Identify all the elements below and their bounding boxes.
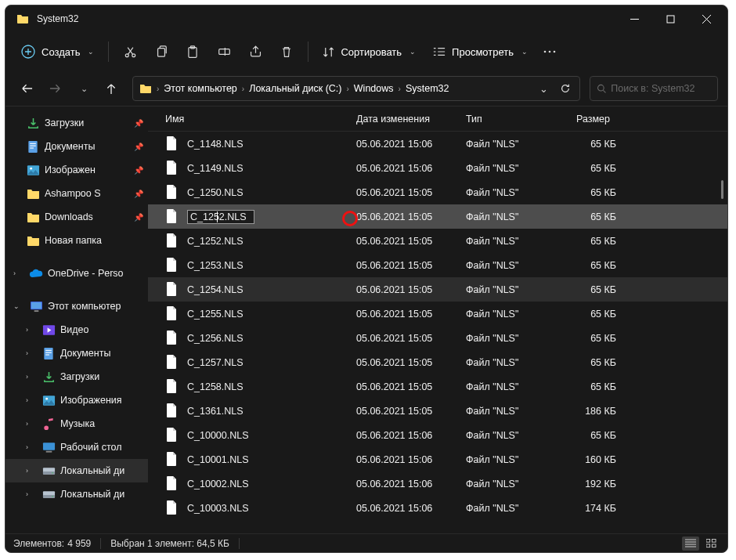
close-button[interactable]	[688, 5, 724, 32]
sort-button[interactable]: Сортировать⌄	[315, 38, 424, 66]
icons-view-button[interactable]	[702, 537, 720, 551]
disk-icon	[41, 487, 56, 501]
folder-icon	[139, 82, 152, 95]
chevron-right-icon: ›	[26, 373, 37, 381]
file-row[interactable]: C_1254.NLS 05.06.2021 15:05 Файл "NLS" 6…	[148, 277, 727, 302]
svg-rect-40	[712, 544, 716, 547]
file-icon	[165, 257, 179, 274]
file-row[interactable]: C_10002.NLS 05.06.2021 15:06 Файл "NLS" …	[148, 471, 727, 496]
back-button[interactable]	[15, 77, 38, 100]
create-button[interactable]: Создать⌄	[13, 38, 102, 66]
svg-point-10	[554, 51, 556, 53]
copy-button[interactable]	[146, 38, 176, 66]
sidebar-item[interactable]: Загрузки📌	[5, 111, 148, 135]
file-row[interactable]: C_1250.NLS 05.06.2021 15:05 Файл "NLS" 6…	[148, 180, 727, 204]
file-list[interactable]: C_1148.NLS 05.06.2021 15:06 Файл "NLS" 6…	[148, 132, 727, 533]
file-type: Файл "NLS"	[466, 187, 554, 198]
file-row[interactable]: C_1253.NLS 05.06.2021 15:05 Файл "NLS" 6…	[148, 253, 727, 277]
sidebar-thispc[interactable]: ⌄Этот компьютер	[5, 294, 148, 318]
sidebar-item[interactable]: Изображен📌	[5, 158, 148, 182]
file-row[interactable]: C_1255.NLS 05.06.2021 15:05 Файл "NLS" 6…	[148, 302, 727, 326]
sidebar-item[interactable]: ›Документы	[5, 341, 148, 365]
sidebar-item[interactable]: Новая папка	[5, 229, 148, 252]
share-button[interactable]	[240, 38, 270, 66]
file-name: C_10001.NLS	[187, 454, 249, 465]
sidebar-item[interactable]: ›Видео	[5, 318, 148, 341]
file-type: Файл "NLS"	[466, 236, 554, 247]
file-date: 05.06.2021 15:06	[356, 163, 466, 174]
file-row[interactable]: C_10000.NLS 05.06.2021 15:06 Файл "NLS" …	[148, 423, 727, 447]
details-view-button[interactable]	[682, 537, 699, 551]
column-size[interactable]: Размер	[554, 114, 616, 125]
column-date[interactable]: Дата изменения	[356, 114, 466, 125]
sidebar-item[interactable]: Ashampoo S📌	[5, 182, 148, 205]
sidebar-item-label: Загрузки	[45, 117, 129, 128]
file-row[interactable]: C_1256.NLS 05.06.2021 15:05 Файл "NLS" 6…	[148, 326, 727, 350]
file-icon	[165, 451, 179, 468]
maximize-button[interactable]	[652, 5, 688, 32]
refresh-button[interactable]	[554, 78, 576, 99]
music-icon	[41, 417, 56, 431]
scrollbar-thumb[interactable]	[721, 180, 723, 199]
breadcrumb-item[interactable]: System32	[402, 83, 453, 94]
svg-point-28	[44, 425, 49, 430]
sidebar-item-label: Downloads	[45, 211, 129, 222]
cut-button[interactable]	[115, 38, 145, 66]
file-row[interactable]: C_1148.NLS 05.06.2021 15:06 Файл "NLS" 6…	[148, 132, 727, 156]
sidebar-item[interactable]: ›Музыка	[5, 412, 148, 435]
file-date: 05.06.2021 15:06	[356, 479, 466, 490]
content-area: Имя Дата изменения Тип Размер C_1148.NLS…	[148, 107, 727, 533]
file-icon	[165, 135, 179, 153]
breadcrumb-item[interactable]: Локальный диск (C:)	[246, 83, 345, 94]
breadcrumb[interactable]: › Этот компьютер› Локальный диск (C:)› W…	[132, 76, 580, 101]
file-row[interactable]: C_1258.NLS 05.06.2021 15:05 Файл "NLS" 6…	[148, 374, 727, 399]
chevron-right-icon: ›	[26, 349, 37, 357]
file-size: 65 КБ	[554, 309, 616, 320]
file-type: Файл "NLS"	[466, 309, 554, 320]
file-type: Файл "NLS"	[466, 357, 554, 368]
chevron-down-icon[interactable]: ⌄	[532, 78, 554, 99]
pictures-icon	[41, 393, 56, 407]
up-button[interactable]	[99, 77, 123, 100]
recent-dropdown[interactable]: ⌄	[71, 77, 95, 100]
sidebar-item[interactable]: ›Локальный ди	[5, 482, 148, 506]
sidebar-item[interactable]: ›Загрузки	[5, 365, 148, 388]
file-row[interactable]: C_1149.NLS 05.06.2021 15:06 Файл "NLS" 6…	[148, 156, 727, 180]
search-box[interactable]	[590, 76, 718, 101]
forward-button[interactable]	[43, 77, 67, 100]
sidebar-item[interactable]: ›Рабочий стол	[5, 435, 148, 459]
sidebar-item-label: Новая папка	[45, 235, 143, 246]
sidebar-item[interactable]: ›Изображения	[5, 388, 148, 412]
svg-rect-14	[30, 145, 36, 146]
file-row[interactable]: C_10003.NLS 05.06.2021 15:06 Файл "NLS" …	[148, 496, 727, 520]
file-icon	[165, 281, 179, 298]
file-row[interactable]: C_1361.NLS 05.06.2021 15:05 Файл "NLS" 1…	[148, 399, 727, 423]
delete-button[interactable]	[272, 38, 301, 66]
scrollbar[interactable]	[716, 133, 727, 533]
column-type[interactable]: Тип	[466, 114, 554, 125]
file-date: 05.06.2021 15:05	[356, 236, 466, 247]
column-name[interactable]: Имя	[165, 114, 356, 125]
file-row[interactable]: C_10001.NLS 05.06.2021 15:06 Файл "NLS" …	[148, 447, 727, 471]
view-button[interactable]: Просмотреть⌄	[425, 38, 536, 66]
file-size: 65 КБ	[554, 357, 616, 368]
sidebar: Загрузки📌Документы📌Изображен📌Ashampoo S📌…	[5, 107, 148, 533]
sidebar-onedrive[interactable]: ›OneDrive - Perso	[5, 262, 148, 285]
breadcrumb-item[interactable]: Этот компьютер	[161, 83, 240, 94]
file-row[interactable]: C_1257.NLS 05.06.2021 15:05 Файл "NLS" 6…	[148, 350, 727, 374]
breadcrumb-item[interactable]: Windows	[351, 83, 397, 94]
paste-button[interactable]	[178, 38, 207, 66]
svg-point-36	[52, 496, 53, 497]
sidebar-item[interactable]: Downloads📌	[5, 205, 148, 229]
file-row[interactable]: C_1252.NLS 05.06.2021 15:05 Файл "NLS" 6…	[148, 204, 727, 229]
plus-circle-icon	[21, 45, 35, 59]
titlebar[interactable]: System32	[5, 5, 727, 32]
file-row[interactable]: C_1252.NLS 05.06.2021 15:05 Файл "NLS" 6…	[148, 229, 727, 253]
rename-input[interactable]: C_1252.NLS	[187, 210, 254, 224]
minimize-button[interactable]	[616, 5, 652, 32]
more-button[interactable]	[537, 38, 562, 66]
sidebar-item[interactable]: Документы📌	[5, 135, 148, 158]
sidebar-item[interactable]: ›Локальный ди	[5, 459, 148, 482]
rename-button[interactable]	[209, 38, 239, 66]
search-input[interactable]	[611, 83, 711, 94]
